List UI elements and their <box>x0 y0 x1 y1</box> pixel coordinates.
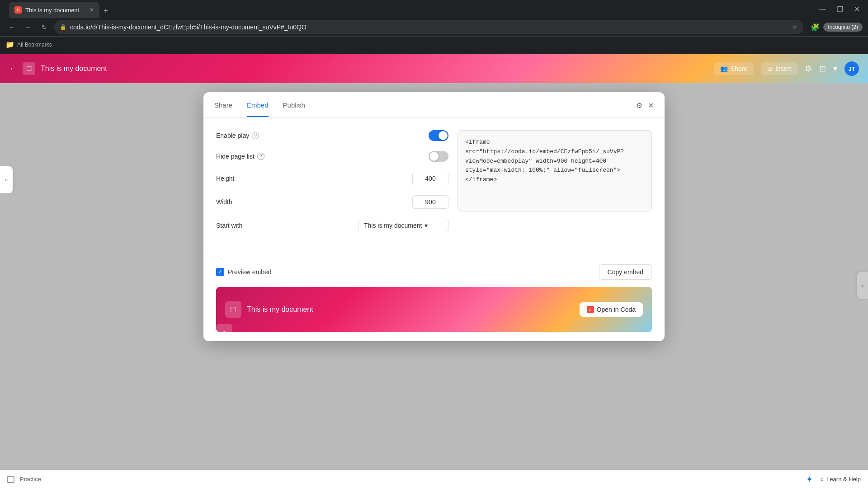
embed-preview-title: This is my document <box>247 305 313 314</box>
open-in-coda-label: Open in Coda <box>597 306 636 313</box>
toggle-thumb <box>439 131 448 140</box>
width-label: Width <box>216 198 307 206</box>
bookmark-star-icon[interactable]: ☆ <box>792 23 798 31</box>
embed-code-block: <iframesrc="https://coda.io/embed/CEzfwE… <box>458 130 652 211</box>
enable-play-label: Enable play ? <box>216 132 307 139</box>
close-window-button[interactable]: ✕ <box>849 5 864 14</box>
start-with-dropdown[interactable]: This is my document ▾ <box>358 219 448 232</box>
tab-share[interactable]: Share <box>214 101 232 117</box>
preview-section: ✓ Preview embed Copy embed ☐ This is my … <box>203 255 665 341</box>
dropdown-arrow-icon: ▾ <box>425 222 428 229</box>
question-circle-icon: ○ <box>820 476 824 483</box>
preview-header: ✓ Preview embed Copy embed <box>216 264 652 280</box>
coda-icon: C <box>587 306 594 313</box>
browser-titlebar: C This is my document ✕ + — ❐ ✕ <box>0 0 868 18</box>
start-with-dropdown-container: This is my document ▾ <box>358 219 448 232</box>
minimize-button[interactable]: — <box>814 5 830 14</box>
chevron-right-icon: » <box>5 177 8 183</box>
app-header: ← ☐ This is my document 👥 Share ⊞ Insert… <box>0 54 868 83</box>
hide-page-list-help-icon[interactable]: ? <box>257 153 264 160</box>
insert-label: Insert <box>775 65 791 72</box>
width-input[interactable] <box>412 195 448 209</box>
hide-page-list-toggle-switch[interactable] <box>429 151 448 162</box>
insert-icon: ⊞ <box>767 65 773 72</box>
share-label: Share <box>731 65 747 72</box>
address-text: coda.io/d/This-is-my-document_dCEzfwEpb5… <box>70 23 788 31</box>
practice-label: Practice <box>20 476 41 483</box>
browser-chrome: C This is my document ✕ + — ❐ ✕ ← → ↻ 🔒 … <box>0 0 868 54</box>
settings-and-code-layout: Enable play ? H <box>216 130 652 242</box>
start-with-label: Start with <box>216 222 307 229</box>
incognito-button[interactable]: Incognito (2) <box>823 23 863 32</box>
height-input[interactable] <box>412 172 448 185</box>
embed-preview-doc-icon: ☐ <box>225 301 241 318</box>
open-in-coda-button[interactable]: C Open in Coda <box>580 302 643 317</box>
hide-page-list-row: Hide page list ? <box>216 151 448 162</box>
avatar[interactable]: JT <box>844 61 859 76</box>
tab-close-button[interactable]: ✕ <box>90 7 94 13</box>
browser-tab-active[interactable]: C This is my document ✕ <box>9 2 99 18</box>
preview-embed-checkbox[interactable]: ✓ <box>216 268 224 276</box>
enable-play-row: Enable play ? <box>216 130 448 141</box>
modal-tune-icon[interactable]: ⚙ <box>636 101 642 110</box>
bottom-bar: Practice ✦ ○ Learn & Help <box>0 470 868 488</box>
modal-body: Enable play ? H <box>203 117 665 255</box>
new-tab-button[interactable]: + <box>99 5 112 17</box>
sparkle-icon[interactable]: ✦ <box>806 474 813 484</box>
bookmarks-folder-icon: 📁 <box>5 40 14 49</box>
width-row: Width <box>216 195 448 209</box>
window-controls: — ❐ ✕ <box>814 5 864 14</box>
lock-icon: 🔒 <box>60 24 66 30</box>
settings-icon[interactable]: ⚙ <box>805 64 812 74</box>
document-title: This is my document <box>41 65 107 73</box>
preview-embed-label: Preview embed <box>228 268 272 276</box>
back-button[interactable]: ← <box>5 21 18 33</box>
modal-close-button[interactable]: ✕ <box>648 101 654 110</box>
embed-preview-container: ☐ This is my document C Open in Coda » <box>216 287 652 332</box>
height-row: Height <box>216 172 448 185</box>
restore-button[interactable]: ❐ <box>832 5 848 14</box>
bookmarks-label[interactable]: All Bookmarks <box>17 42 52 48</box>
share-button[interactable]: 👥 Share <box>714 62 754 75</box>
sidebar-toggle-button[interactable]: » <box>0 166 13 193</box>
tab-title: This is my document <box>25 7 79 14</box>
tab-publish[interactable]: Publish <box>283 101 305 117</box>
address-bar[interactable]: 🔒 coda.io/d/This-is-my-document_dCEzfwEp… <box>54 20 803 34</box>
header-actions: 👥 Share ⊞ Insert ⚙ ⊡ ▾ JT <box>714 61 859 76</box>
embed-modal: Share Embed Publish ⚙ ✕ <box>203 92 665 341</box>
tab-favicon: C <box>14 6 22 14</box>
modal-overlay: Share Embed Publish ⚙ ✕ <box>0 83 868 488</box>
learn-help-label: Learn & Help <box>826 476 861 483</box>
height-label: Height <box>216 175 307 182</box>
expand-icon[interactable]: ▾ <box>833 64 837 74</box>
practice-checkbox[interactable] <box>7 476 14 483</box>
hide-page-list-toggle[interactable] <box>429 151 448 162</box>
address-bar-row: ← → ↻ 🔒 coda.io/d/This-is-my-document_dC… <box>0 18 868 36</box>
enable-play-toggle[interactable] <box>429 130 448 141</box>
height-input-container <box>412 172 448 185</box>
tab-bar: C This is my document ✕ + <box>5 0 812 18</box>
chevron-right-icon-2: » <box>222 328 226 336</box>
view-icon[interactable]: ⊡ <box>819 64 826 74</box>
forward-button[interactable]: → <box>22 21 34 33</box>
extensions-icon: 🧩 <box>811 23 820 32</box>
enable-play-toggle-switch[interactable] <box>429 130 448 141</box>
back-nav-button[interactable]: ← <box>9 64 17 74</box>
code-text: <iframesrc="https://coda.io/embed/CEzfwE… <box>465 139 624 183</box>
learn-help-button[interactable]: ○ Learn & Help <box>820 476 861 483</box>
modal-header-actions: ⚙ ✕ <box>636 101 654 117</box>
profile-area: 🧩 Incognito (2) <box>811 23 863 32</box>
bookmarks-bar: 📁 All Bookmarks <box>0 36 868 52</box>
copy-embed-button[interactable]: Copy embed <box>599 264 652 280</box>
modal-tabs: Share Embed Publish ⚙ ✕ <box>203 92 665 117</box>
enable-play-help-icon[interactable]: ? <box>252 132 259 139</box>
start-with-row: Start with This is my document ▾ <box>216 219 448 232</box>
insert-button[interactable]: ⊞ Insert <box>761 62 797 75</box>
document-icon: ☐ <box>23 62 35 75</box>
main-content: » ‹ Share Embed Publish ⚙ ✕ <box>0 83 868 488</box>
refresh-button[interactable]: ↻ <box>38 21 51 33</box>
preview-sidebar-toggle[interactable]: » <box>216 324 232 340</box>
tab-embed[interactable]: Embed <box>247 101 269 117</box>
toggle-thumb-2 <box>429 152 439 161</box>
start-with-value: This is my document <box>364 222 422 229</box>
